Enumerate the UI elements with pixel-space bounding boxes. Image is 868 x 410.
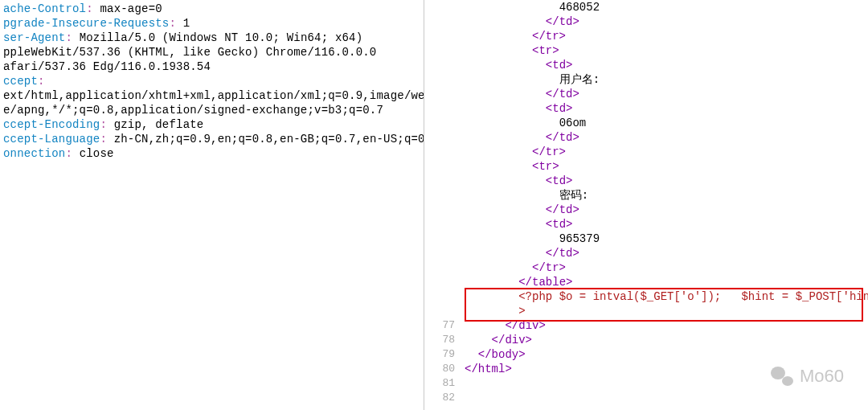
response-pane[interactable]: 777879808182 468052 </td> </tr> <tr> <td… <box>424 0 868 410</box>
request-header-line: ccept-Encoding: gzip, deflate <box>3 117 420 132</box>
response-line: <?php $o = intval($_GET['o']); $hint = $… <box>465 289 865 304</box>
wechat-icon <box>771 367 793 386</box>
response-line: </body> <box>465 347 865 362</box>
request-header-line: ppleWebKit/537.36 (KHTML, like Gecko) Ch… <box>3 45 420 59</box>
line-number: 79 <box>424 347 455 362</box>
response-line: 468052 <box>465 0 865 14</box>
request-header-line: ccept-Language: zh-CN,zh;q=0.9,en;q=0.8,… <box>3 132 420 146</box>
request-header-line: ext/html,application/xhtml+xml,applicati… <box>3 88 420 103</box>
response-line: </div> <box>465 333 865 347</box>
response-line: </td> <box>465 14 865 29</box>
response-line: </tr> <box>465 29 865 43</box>
response-line: > <box>465 304 865 318</box>
line-number: 82 <box>424 391 455 405</box>
response-line: </td> <box>465 203 865 217</box>
request-pane[interactable]: ache-Control: max-age=0pgrade-Insecure-R… <box>0 0 424 410</box>
line-number: 80 <box>424 362 455 376</box>
response-line: <td> <box>465 58 865 72</box>
response-line: 965379 <box>465 232 865 246</box>
watermark: Mo60 <box>771 367 844 386</box>
request-header-line: e/apng,*/*;q=0.8,application/signed-exch… <box>3 103 420 117</box>
response-line: </tr> <box>465 145 865 159</box>
response-code[interactable]: 468052 </td> </tr> <tr> <td> 用户名: </td> … <box>465 0 865 376</box>
response-line: <td> <box>465 174 865 188</box>
response-line: <tr> <box>465 159 865 174</box>
request-header-line: ser-Agent: Mozilla/5.0 (Windows NT 10.0;… <box>3 31 420 45</box>
split-view: ache-Control: max-age=0pgrade-Insecure-R… <box>0 0 868 410</box>
line-number: 77 <box>424 318 455 333</box>
request-header-line: pgrade-Insecure-Requests: 1 <box>3 16 420 31</box>
request-header-line: onnection: close <box>3 146 420 161</box>
request-header-line: ache-Control: max-age=0 <box>3 2 420 16</box>
response-line: 用户名: <box>465 72 865 87</box>
response-line: <tr> <box>465 43 865 58</box>
line-number: 81 <box>424 376 455 391</box>
response-line: </td> <box>465 130 865 145</box>
response-line: </div> <box>465 318 865 333</box>
watermark-text: Mo60 <box>800 369 844 383</box>
response-line: </tr> <box>465 260 865 275</box>
line-number: 78 <box>424 333 455 347</box>
response-line: <td> <box>465 217 865 232</box>
line-number-gutter: 777879808182 <box>424 0 460 410</box>
response-line: </table> <box>465 275 865 289</box>
response-line: </td> <box>465 87 865 101</box>
response-line: </td> <box>465 246 865 260</box>
request-header-line: afari/537.36 Edg/116.0.1938.54 <box>3 59 420 74</box>
response-line: <td> <box>465 101 865 116</box>
response-line: 密码: <box>465 188 865 203</box>
response-line: 06om <box>465 116 865 130</box>
request-header-line: ccept: <box>3 74 420 88</box>
